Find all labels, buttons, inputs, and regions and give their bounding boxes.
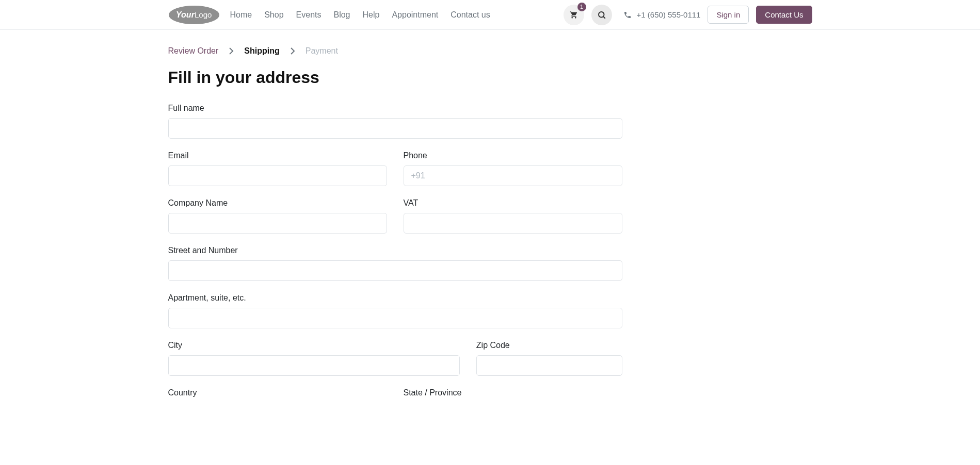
vat-input[interactable] [404, 213, 622, 234]
svg-point-3 [599, 12, 604, 18]
nav-contact[interactable]: Contact us [451, 10, 490, 20]
email-label: Email [168, 151, 387, 160]
form-group-vat: VAT [404, 198, 622, 234]
form-group-country: Country [168, 388, 387, 397]
street-input[interactable] [168, 260, 622, 281]
form-group-state: State / Province [404, 388, 622, 397]
search-icon [597, 10, 606, 20]
zip-input[interactable] [476, 355, 622, 376]
form-group-company: Company Name [168, 198, 387, 234]
form-group-phone: Phone [404, 151, 622, 186]
nav-home[interactable]: Home [230, 10, 252, 20]
logo[interactable]: Your Logo [168, 5, 220, 25]
breadcrumb: Review Order Shipping Payment [168, 30, 622, 68]
nav-events[interactable]: Events [296, 10, 322, 20]
header-right: 1 +1 (650) 555-0111 Sign in Contact Us [564, 5, 812, 25]
state-label: State / Province [404, 388, 622, 397]
country-label: Country [168, 388, 387, 397]
street-label: Street and Number [168, 246, 622, 255]
breadcrumb-shipping: Shipping [244, 46, 279, 56]
cart-button[interactable]: 1 [564, 5, 584, 25]
form-group-street: Street and Number [168, 246, 622, 281]
cart-badge: 1 [577, 3, 586, 11]
phone-label: Phone [404, 151, 622, 160]
email-input[interactable] [168, 165, 387, 186]
fullname-input[interactable] [168, 118, 622, 139]
main-nav: Home Shop Events Blog Help Appointment C… [230, 10, 490, 20]
nav-appointment[interactable]: Appointment [392, 10, 438, 20]
contact-us-button[interactable]: Contact Us [756, 6, 812, 24]
nav-help[interactable]: Help [363, 10, 380, 20]
apartment-label: Apartment, suite, etc. [168, 293, 622, 303]
breadcrumb-review[interactable]: Review Order [168, 46, 219, 56]
company-label: Company Name [168, 198, 387, 208]
nav-shop[interactable]: Shop [264, 10, 283, 20]
phone-input[interactable] [404, 165, 622, 186]
company-input[interactable] [168, 213, 387, 234]
form-group-email: Email [168, 151, 387, 186]
signin-button[interactable]: Sign in [708, 6, 749, 24]
form-group-apartment: Apartment, suite, etc. [168, 293, 622, 328]
city-input[interactable] [168, 355, 460, 376]
cart-icon [570, 11, 578, 19]
page-title: Fill in your address [168, 68, 622, 87]
phone-icon [623, 11, 632, 19]
chevron-right-icon [229, 47, 234, 55]
phone-section: +1 (650) 555-0111 [623, 10, 701, 19]
vat-label: VAT [404, 198, 622, 208]
form-group-zip: Zip Code [476, 341, 622, 376]
svg-text:Your: Your [176, 10, 195, 19]
nav-blog[interactable]: Blog [333, 10, 350, 20]
svg-line-4 [603, 16, 605, 19]
search-button[interactable] [591, 5, 612, 25]
form-group-city: City [168, 341, 460, 376]
apartment-input[interactable] [168, 308, 622, 328]
phone-number: +1 (650) 555-0111 [637, 10, 701, 19]
content: Review Order Shipping Payment Fill in yo… [119, 30, 862, 397]
address-form: Full name Email Phone Company Name [168, 104, 622, 397]
zip-label: Zip Code [476, 341, 622, 350]
form-group-fullname: Full name [168, 104, 622, 139]
header: Your Logo Home Shop Events Blog Help App… [0, 0, 980, 30]
svg-text:Logo: Logo [195, 10, 212, 19]
chevron-right-icon [290, 47, 295, 55]
city-label: City [168, 341, 460, 350]
fullname-label: Full name [168, 104, 622, 113]
logo-image: Your Logo [168, 5, 220, 25]
breadcrumb-payment: Payment [306, 46, 338, 56]
